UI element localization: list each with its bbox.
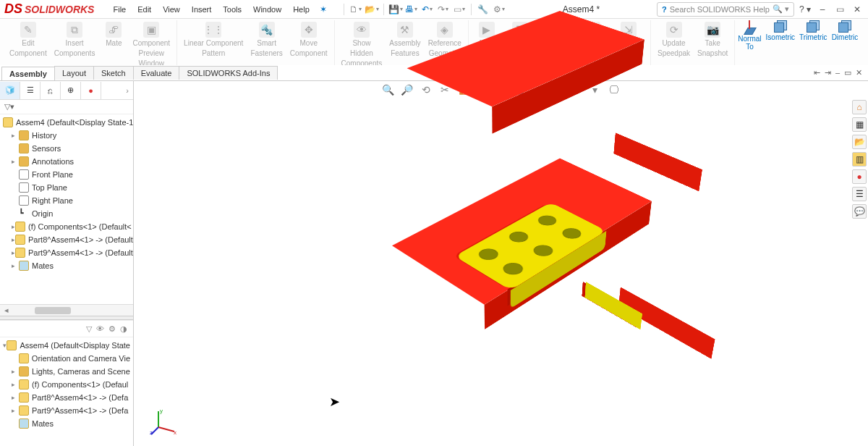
- part-icon: [15, 235, 25, 245]
- new-icon[interactable]: 🗋: [349, 3, 362, 16]
- tree-node[interactable]: ▸Mates: [0, 259, 133, 272]
- transparency-icon[interactable]: ◑: [120, 324, 127, 334]
- tree-node[interactable]: ┗Origin: [0, 207, 133, 220]
- restore-button[interactable]: ▭: [833, 3, 846, 16]
- menu-window[interactable]: Window: [249, 3, 286, 16]
- print-icon[interactable]: 🖶: [405, 3, 418, 16]
- insert-components-button[interactable]: ⧉InsertComponents: [51, 20, 99, 59]
- minimize-button[interactable]: –: [816, 3, 829, 16]
- options-icon[interactable]: ⚙: [493, 3, 506, 16]
- tree-node[interactable]: Top Plane: [0, 181, 133, 194]
- menu-edit[interactable]: Edit: [133, 3, 156, 16]
- dim-tab[interactable]: ⊕: [61, 82, 81, 99]
- tab-assembly[interactable]: Assembly: [1, 67, 55, 80]
- view-palette-icon[interactable]: ▥: [852, 152, 867, 167]
- tree-node[interactable]: ▸(f) Components<1> (Default<: [0, 220, 133, 233]
- component-preview-button[interactable]: ▣ComponentPreviewWindow: [129, 20, 174, 70]
- tree-node[interactable]: Sensors: [0, 142, 133, 155]
- file-explorer-icon[interactable]: 📂: [852, 135, 867, 149]
- tab-addins[interactable]: SOLIDWORKS Add-Ins: [179, 66, 278, 80]
- tree-node[interactable]: ▸(f) Components<1> (Defaul: [0, 378, 133, 391]
- expand-icon[interactable]: ▸: [12, 368, 19, 375]
- forum-icon[interactable]: 💬: [852, 204, 867, 219]
- tab-close-icon[interactable]: ✕: [856, 68, 862, 77]
- expand-icon[interactable]: ▸: [12, 407, 19, 414]
- isometric-icon: [774, 20, 787, 33]
- pin-icon[interactable]: ✶: [320, 4, 327, 14]
- menu-help[interactable]: Help: [289, 3, 314, 16]
- property-manager-tab[interactable]: ☰: [20, 82, 41, 99]
- tree-node[interactable]: Mates: [0, 417, 133, 430]
- custom-props-icon[interactable]: ☰: [852, 187, 867, 201]
- save-icon[interactable]: 💾: [389, 3, 402, 16]
- tree-node[interactable]: ▸Part9^Assem4<1> -> (Default: [0, 246, 133, 259]
- panel-collapse-icon[interactable]: ›: [122, 86, 133, 95]
- smart-fasteners-button[interactable]: 🔩SmartFasteners: [247, 20, 286, 59]
- expand-icon[interactable]: ▸: [12, 158, 19, 165]
- tab-evaluate[interactable]: Evaluate: [133, 66, 180, 80]
- motion-study-icon: ▶: [479, 22, 495, 38]
- tree-node[interactable]: Orientation and Camera Vie: [0, 352, 133, 365]
- tab-expand-left-icon[interactable]: ⇤: [814, 68, 820, 77]
- tree-node[interactable]: Right Plane: [0, 194, 133, 207]
- tree-node[interactable]: ▸History: [0, 129, 133, 142]
- take-snapshot-button[interactable]: 📷TakeSnapshot: [694, 20, 731, 59]
- component-preview-icon: ▣: [143, 22, 159, 38]
- move-component-button[interactable]: ✥MoveComponent: [286, 20, 331, 59]
- tab-minimize-icon[interactable]: –: [835, 68, 840, 77]
- hide-show-icon[interactable]: 👁: [96, 324, 104, 333]
- tab-restore-icon[interactable]: ▭: [844, 68, 851, 77]
- filter-icon[interactable]: ▽: [86, 324, 92, 334]
- isometric-button[interactable]: Isometric: [766, 20, 796, 51]
- display-tree-root[interactable]: ▾Assem4 (Default<Display State: [0, 339, 133, 352]
- tree-root[interactable]: Assem4 (Default<Display State-1: [0, 116, 133, 129]
- normal-to-button[interactable]: NormalTo: [738, 20, 761, 51]
- tree-node[interactable]: ▸Lights, Cameras and Scene: [0, 365, 133, 378]
- task-pane: ⌂ ▦ 📂 ▥ ● ☰ 💬: [851, 100, 868, 219]
- menu-tools[interactable]: Tools: [218, 3, 246, 16]
- menu-file[interactable]: File: [109, 3, 130, 16]
- trimetric-button[interactable]: Trimetric: [799, 20, 827, 51]
- display-tab[interactable]: ●: [81, 82, 101, 99]
- expand-icon[interactable]: ▸: [12, 394, 19, 401]
- design-library-icon[interactable]: ▦: [852, 117, 867, 132]
- expand-icon[interactable]: ▸: [12, 381, 19, 388]
- display-mode-icon[interactable]: ⚙: [109, 324, 116, 334]
- expand-icon[interactable]: ▸: [12, 132, 19, 139]
- linear-pattern-button[interactable]: ⋮⋮Linear ComponentPattern: [180, 20, 247, 59]
- close-button[interactable]: ✕: [851, 3, 864, 16]
- tree-node[interactable]: ▸Part8^Assem4<1> -> (Default: [0, 233, 133, 246]
- tab-layout[interactable]: Layout: [54, 66, 94, 80]
- tree-node[interactable]: ▸Annotations: [0, 155, 133, 168]
- tree-node[interactable]: Front Plane: [0, 168, 133, 181]
- dimetric-button[interactable]: Dimetric: [832, 20, 859, 51]
- expand-icon[interactable]: ▸: [12, 262, 19, 269]
- open-icon[interactable]: 📂: [365, 3, 378, 16]
- graphics-viewport[interactable]: 🔍 🔎 ⟲ ✂ ◧ ▣ ▾ ◍ ● ⋯ ▾ ▾ 🖵 ⌂ ▦ 📂 ▥ ● ☰ 💬: [134, 81, 868, 446]
- feature-tree-tab[interactable]: 🧊: [0, 82, 20, 99]
- panel-hscroll[interactable]: ◂: [0, 304, 133, 316]
- update-speedpak-button[interactable]: ⟳UpdateSpeedpak: [654, 20, 694, 59]
- tree-node[interactable]: ▸Part8^Assem4<1> -> (Defa: [0, 391, 133, 404]
- tab-sketch[interactable]: Sketch: [93, 66, 134, 80]
- search-icon[interactable]: 🔍 ▾: [773, 4, 789, 14]
- menu-view[interactable]: View: [158, 3, 184, 16]
- help-dropdown[interactable]: ? ▾: [799, 3, 812, 16]
- home-icon[interactable]: ⌂: [852, 100, 867, 114]
- undo-icon[interactable]: ↶: [421, 3, 434, 16]
- mate-button[interactable]: 🖇Mate: [98, 20, 129, 49]
- redo-icon[interactable]: ↷: [437, 3, 450, 16]
- show-hidden-button[interactable]: 👁ShowHiddenComponents: [338, 20, 386, 70]
- search-input[interactable]: ? Search SOLIDWORKS Help 🔍 ▾: [657, 2, 794, 17]
- menu-insert[interactable]: Insert: [187, 3, 216, 16]
- edit-component-button[interactable]: ✎EditComponent: [6, 20, 51, 59]
- orientation-triad[interactable]: y x z: [150, 407, 179, 436]
- assembly-features-button[interactable]: ⚒AssemblyFeatures: [386, 20, 424, 59]
- rebuild-icon[interactable]: 🔧: [477, 3, 490, 16]
- select-icon[interactable]: ▭: [453, 3, 466, 16]
- tab-expand-right-icon[interactable]: ⇥: [825, 68, 831, 77]
- filter-row[interactable]: ▽▾: [0, 100, 133, 114]
- appearances-icon[interactable]: ●: [852, 169, 867, 184]
- tree-node[interactable]: ▸Part9^Assem4<1> -> (Defa: [0, 404, 133, 417]
- configuration-tab[interactable]: ⎌: [41, 82, 61, 99]
